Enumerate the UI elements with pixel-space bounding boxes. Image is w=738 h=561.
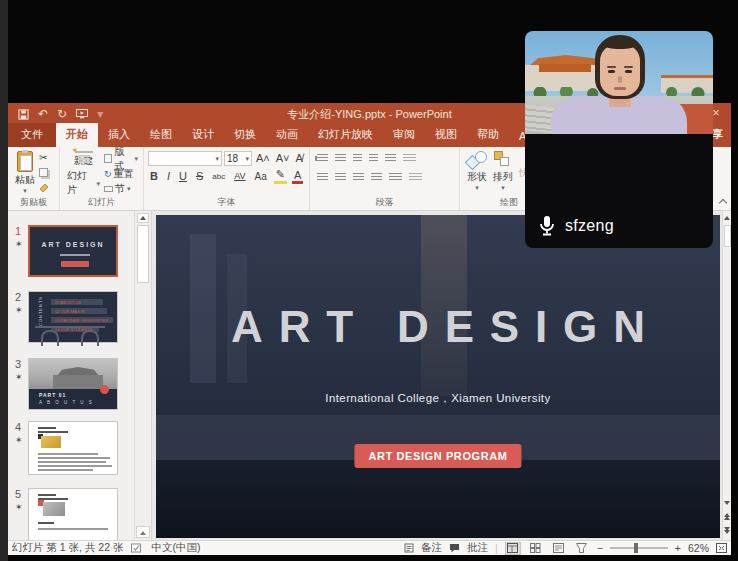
notes-button[interactable]: 备注: [421, 541, 442, 555]
slide-number-2: 2: [15, 291, 29, 303]
thumbnail-scroll-thumb[interactable]: [137, 225, 149, 283]
convert-smartart-icon[interactable]: [409, 173, 422, 182]
slide-sorter-view-button[interactable]: [528, 542, 544, 555]
reading-view-button[interactable]: [551, 542, 567, 555]
reset-button[interactable]: ↻重置: [103, 166, 139, 181]
shapes-button[interactable]: 形状 ▾: [464, 150, 490, 198]
new-slide-button[interactable]: 新建 幻灯片▾: [64, 150, 103, 198]
tab-review[interactable]: 审阅: [383, 123, 425, 147]
change-case-button[interactable]: Aa: [253, 171, 269, 182]
quick-access-toolbar: ↶ ↻ ▾: [8, 107, 103, 121]
webcam-tile[interactable]: sfzeng: [525, 31, 713, 248]
align-right-icon[interactable]: [353, 173, 364, 182]
font-name-combo[interactable]: ▾: [148, 151, 222, 166]
tab-draw[interactable]: 绘图: [140, 123, 182, 147]
text-shadow-button[interactable]: abc: [210, 172, 227, 181]
comments-icon: [449, 543, 460, 553]
scroll-up-icon[interactable]: [724, 214, 731, 223]
zoom-level[interactable]: 62%: [688, 542, 709, 554]
zoom-slider-thumb[interactable]: [634, 543, 638, 553]
arrange-button[interactable]: 排列 ▾: [490, 150, 516, 198]
columns-icon[interactable]: [389, 173, 402, 182]
increase-font-button[interactable]: A˄: [254, 152, 272, 164]
paste-button[interactable]: 粘贴 ▾: [12, 150, 38, 198]
text-direction-icon[interactable]: [403, 154, 416, 163]
slide-program-button[interactable]: ART DESIGN PROGRAM: [354, 444, 521, 468]
underline-button[interactable]: U: [177, 170, 189, 182]
animation-star-icon: ✶: [15, 372, 23, 382]
clear-formatting-button[interactable]: A̸: [294, 152, 305, 164]
person-hair: [603, 37, 637, 49]
align-center-icon[interactable]: [335, 173, 346, 182]
tab-help[interactable]: 帮助: [467, 123, 509, 147]
bullets-icon[interactable]: [317, 154, 328, 163]
thumbnail-scrollbar[interactable]: [134, 211, 151, 540]
group-slides: 新建 幻灯片▾ 版式▾ ↻重置 节▾ 幻灯片: [60, 147, 144, 210]
new-slide-icon: [75, 151, 93, 153]
zoom-out-button[interactable]: −: [597, 542, 603, 554]
save-icon[interactable]: [18, 109, 29, 120]
line-spacing-icon[interactable]: [385, 154, 396, 163]
increase-indent-icon[interactable]: [369, 154, 378, 163]
tab-slideshow[interactable]: 幻灯片放映: [308, 123, 383, 147]
spell-check-icon[interactable]: [131, 543, 143, 553]
slide-thumbnail-2[interactable]: CONTENTS 01 ABOUT US 02 OUR MAJOR 03 PAR…: [28, 291, 118, 343]
bold-button[interactable]: B: [148, 170, 160, 182]
normal-view-button[interactable]: [505, 542, 521, 555]
tab-file[interactable]: 文件: [8, 123, 56, 147]
tab-transitions[interactable]: 切换: [224, 123, 266, 147]
cut-button[interactable]: ✂: [38, 150, 50, 165]
redo-icon[interactable]: ↻: [57, 107, 67, 121]
tab-insert[interactable]: 插入: [98, 123, 140, 147]
slide-thumbnail-4[interactable]: [28, 421, 118, 475]
thumb1-subtitle-line: [60, 254, 90, 256]
tab-view[interactable]: 视图: [425, 123, 467, 147]
collapse-ribbon-icon[interactable]: [719, 199, 727, 207]
strikethrough-button[interactable]: S: [194, 170, 205, 182]
layout-button[interactable]: 版式▾: [103, 151, 139, 166]
justify-icon[interactable]: [371, 173, 382, 182]
scroll-down-icon[interactable]: [724, 499, 731, 508]
section-button[interactable]: 节▾: [103, 181, 139, 196]
start-slideshow-icon[interactable]: [76, 109, 88, 119]
slide-thumbnail-1[interactable]: ART DESIGN: [28, 225, 118, 277]
format-painter-button[interactable]: [38, 180, 50, 195]
comments-button[interactable]: 批注: [467, 541, 488, 555]
character-spacing-button[interactable]: AV: [232, 171, 247, 181]
font-color-button[interactable]: A: [292, 169, 303, 184]
current-slide[interactable]: ART DESIGN International College，Xiamen …: [156, 215, 720, 538]
previous-slide-icon[interactable]: [724, 513, 731, 522]
slide-thumbnail-3[interactable]: PART 01 A B O U T U S: [28, 358, 118, 410]
fit-to-window-icon[interactable]: [716, 543, 727, 553]
language-indicator[interactable]: 中文(中国): [151, 541, 200, 555]
copy-icon: [39, 168, 48, 177]
slide-scrollbar[interactable]: [722, 211, 731, 540]
webcam-video: [525, 31, 713, 134]
decrease-font-button[interactable]: A˅: [274, 152, 292, 164]
tab-home[interactable]: 开始: [56, 123, 98, 147]
italic-button[interactable]: I: [165, 170, 172, 182]
font-size-combo[interactable]: 18▾: [224, 151, 252, 166]
shapes-label: 形状: [467, 170, 487, 184]
zoom-slider[interactable]: [610, 547, 668, 549]
slideshow-view-button[interactable]: [574, 542, 590, 555]
slide-subtitle[interactable]: International College，Xiamen University: [156, 391, 720, 406]
zoom-in-button[interactable]: +: [675, 542, 681, 554]
tab-design[interactable]: 设计: [182, 123, 224, 147]
group-label-clipboard: 剪贴板: [8, 196, 59, 209]
reset-label: 重置: [114, 167, 134, 181]
align-left-icon[interactable]: [317, 173, 328, 182]
decrease-indent-icon[interactable]: [353, 154, 362, 163]
panel-splitter-icon[interactable]: [136, 526, 150, 538]
slide-thumbnail-5[interactable]: [28, 488, 118, 540]
tab-animations[interactable]: 动画: [266, 123, 308, 147]
scroll-thumb[interactable]: [724, 225, 731, 247]
highlight-color-button[interactable]: ✎: [274, 168, 287, 184]
scroll-up-icon[interactable]: [137, 213, 149, 223]
numbering-icon[interactable]: [335, 154, 346, 163]
customize-qat-icon[interactable]: ▾: [97, 107, 103, 121]
next-slide-icon[interactable]: [724, 527, 731, 536]
undo-icon[interactable]: ↶: [38, 107, 48, 121]
copy-button[interactable]: [38, 165, 50, 180]
slide-title[interactable]: ART DESIGN: [156, 302, 720, 352]
